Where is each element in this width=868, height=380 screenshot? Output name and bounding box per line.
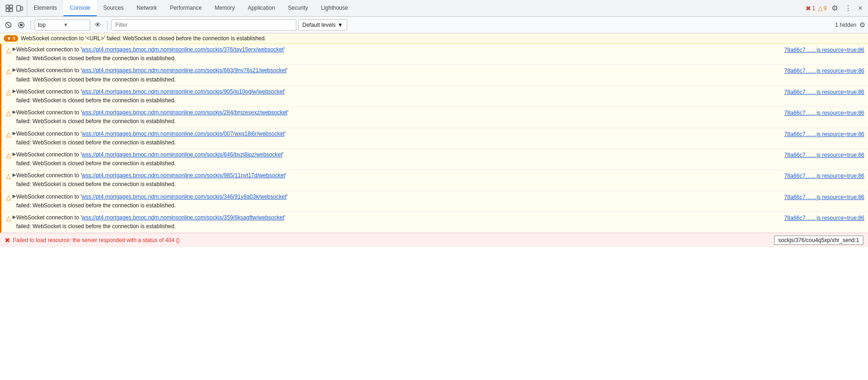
tab-network[interactable]: Network <box>130 0 163 16</box>
url-link-8[interactable]: wss://pt4.mortgages.bmoc.ndm.nominsonlin… <box>82 214 285 221</box>
console-message-0: WebSocket connection to 'wss://pt4.mortg… <box>16 45 777 63</box>
url-link-4[interactable]: wss://pt4.mortgages.bmoc.ndm.nominsonlin… <box>82 131 285 137</box>
console-message-4: WebSocket connection to 'wss://pt4.mortg… <box>16 130 777 147</box>
group-count: 9 <box>12 36 15 41</box>
error-source-box[interactable]: sockjs/376/cou4q5xp/xhr_send:1 <box>774 236 863 245</box>
url-link-7[interactable]: wss://pt4.mortgages.bmoc.ndm.nominsonlin… <box>82 193 287 200</box>
console-row-1: △ ▶ WebSocket connection to 'wss://pt4.m… <box>0 65 868 86</box>
svg-rect-1 <box>10 5 12 8</box>
error-badge[interactable]: ✖ 1 <box>806 5 815 12</box>
svg-rect-2 <box>6 9 9 12</box>
svg-rect-3 <box>10 9 12 12</box>
expand-icon-5[interactable]: ▶ <box>12 151 16 156</box>
warning-badge[interactable]: △ 9 <box>818 5 827 12</box>
svg-rect-4 <box>17 6 20 11</box>
console-message-3: WebSocket connection to 'wss://pt4.mortg… <box>16 108 777 126</box>
url-link-2[interactable]: wss://pt4.mortgages.bmoc.ndm.nominsonlin… <box>82 88 285 95</box>
filter-input[interactable] <box>111 19 296 31</box>
expand-icon-2[interactable]: ▶ <box>12 88 16 93</box>
group-badge[interactable]: ▼ 9 <box>4 35 18 42</box>
console-area: ▼ 9 WebSocket connection to '<URL>' fail… <box>0 33 868 380</box>
tab-security[interactable]: Security <box>281 0 314 16</box>
stop-recording-icon[interactable] <box>16 19 27 31</box>
expand-icon-0[interactable]: ▶ <box>12 46 16 51</box>
url-link-0[interactable]: wss://pt4.mortgages.bmoc.ndm.nominsonlin… <box>82 46 284 53</box>
url-link-5[interactable]: wss://pt4.mortgages.bmoc.ndm.nominsonlin… <box>82 151 283 158</box>
source-link-3[interactable]: 78a66c7……js resource=true:86 <box>784 110 864 116</box>
console-row-4: △ ▶ WebSocket connection to 'wss://pt4.m… <box>0 128 868 149</box>
context-selector[interactable]: top ▼ <box>35 19 90 31</box>
svg-point-9 <box>20 24 23 26</box>
url-link-6[interactable]: wss://pt4.mortgages.bmoc.ndm.nominsonlin… <box>82 172 286 179</box>
tab-lighthouse[interactable]: Lighthouse <box>314 0 355 16</box>
expand-icon-7[interactable]: ▶ <box>12 193 16 199</box>
console-message-2: WebSocket connection to 'wss://pt4.mortg… <box>16 87 777 105</box>
source-link-6[interactable]: 78a66c7……js resource=true:86 <box>784 173 864 179</box>
console-settings-icon[interactable]: ⚙ <box>859 21 865 29</box>
console-row-2: △ ▶ WebSocket connection to 'wss://pt4.m… <box>0 86 868 107</box>
devtools-icons <box>2 0 27 16</box>
expand-icon-4[interactable]: ▶ <box>12 131 16 136</box>
console-row-3: △ ▶ WebSocket connection to 'wss://pt4.m… <box>0 107 868 128</box>
console-row-7: △ ▶ WebSocket connection to 'wss://pt4.m… <box>0 191 868 212</box>
warn-icon-8: △ <box>6 214 11 222</box>
group-header-text: WebSocket connection to '<URL>' failed: … <box>21 35 266 42</box>
expand-icon-8[interactable]: ▶ <box>12 214 16 219</box>
url-link-1[interactable]: wss://pt4.mortgages.bmoc.ndm.nominsonlin… <box>82 67 287 74</box>
svg-rect-0 <box>6 5 9 8</box>
error-icon: ✖ <box>5 237 10 244</box>
tab-elements[interactable]: Elements <box>27 0 63 16</box>
warn-icon-1: △ <box>6 67 11 75</box>
close-devtools-icon[interactable]: × <box>856 3 864 13</box>
warn-icon-4: △ <box>6 131 11 138</box>
tab-bar: Elements Console Sources Network Perform… <box>0 0 868 17</box>
expand-icon-3[interactable]: ▶ <box>12 109 16 114</box>
console-message-7: WebSocket connection to 'wss://pt4.mortg… <box>16 193 777 210</box>
toolbar-right: 1 hidden ⚙ <box>835 21 865 29</box>
warn-icon-2: △ <box>6 88 11 96</box>
console-toolbar: top ▼ 👁 Default levels ▼ 1 hidden ⚙ <box>0 17 868 33</box>
tab-console[interactable]: Console <box>63 0 97 16</box>
more-options-icon[interactable]: ⋮ <box>843 3 854 13</box>
warn-icon-6: △ <box>6 172 11 180</box>
warn-icon-0: △ <box>6 46 11 54</box>
toolbar-divider-2 <box>107 20 107 30</box>
url-link-3[interactable]: wss://pt4.mortgages.bmoc.ndm.nominsonlin… <box>82 109 287 116</box>
console-row-8: △ ▶ WebSocket connection to 'wss://pt4.m… <box>0 212 868 233</box>
tab-performance[interactable]: Performance <box>163 0 208 16</box>
source-link-4[interactable]: 78a66c7……js resource=true:86 <box>784 131 864 137</box>
settings-gear-icon[interactable]: ⚙ <box>830 3 840 13</box>
svg-rect-5 <box>21 7 23 10</box>
source-link-0[interactable]: 78a66c7……js resource=true:86 <box>784 47 864 53</box>
tab-application[interactable]: Application <box>241 0 281 16</box>
console-row-6: △ ▶ WebSocket connection to 'wss://pt4.m… <box>0 170 868 191</box>
console-message-8: WebSocket connection to 'wss://pt4.mortg… <box>16 213 777 231</box>
hidden-count: 1 hidden <box>835 22 856 28</box>
warn-icon-5: △ <box>6 151 11 159</box>
log-levels-dropdown[interactable]: Default levels ▼ <box>298 19 347 31</box>
levels-arrow-icon: ▼ <box>337 22 343 28</box>
source-link-8[interactable]: 78a66c7……js resource=true:86 <box>784 215 864 221</box>
source-link-1[interactable]: 78a66c7……js resource=true:86 <box>784 68 864 74</box>
error-bottom-row: ✖ Failed to load resource: the server re… <box>0 233 868 247</box>
clear-console-icon[interactable] <box>3 19 14 31</box>
tab-bar-right: ✖ 1 △ 9 ⚙ ⋮ × <box>806 0 868 16</box>
tab-memory[interactable]: Memory <box>208 0 241 16</box>
expand-icon-6[interactable]: ▶ <box>12 172 16 177</box>
console-row-0: △ ▶ WebSocket connection to 'wss://pt4.m… <box>0 44 868 65</box>
device-toggle-icon[interactable] <box>15 4 24 13</box>
warn-icon-7: △ <box>6 193 11 201</box>
inspect-icon[interactable] <box>5 4 14 13</box>
console-message-6: WebSocket connection to 'wss://pt4.mortg… <box>16 171 777 189</box>
console-message-5: WebSocket connection to 'wss://pt4.mortg… <box>16 150 777 168</box>
console-message-1: WebSocket connection to 'wss://pt4.mortg… <box>16 66 777 84</box>
source-link-7[interactable]: 78a66c7……js resource=true:86 <box>784 194 864 200</box>
source-link-2[interactable]: 78a66c7……js resource=true:86 <box>784 89 864 95</box>
tab-sources[interactable]: Sources <box>97 0 130 16</box>
console-row-5: △ ▶ WebSocket connection to 'wss://pt4.m… <box>0 149 868 170</box>
eye-icon[interactable]: 👁 <box>92 19 103 31</box>
group-header-row: ▼ 9 WebSocket connection to '<URL>' fail… <box>0 33 868 44</box>
source-link-5[interactable]: 78a66c7……js resource=true:86 <box>784 152 864 158</box>
expand-icon-1[interactable]: ▶ <box>12 67 16 72</box>
error-message: Failed to load resource: the server resp… <box>13 237 771 243</box>
